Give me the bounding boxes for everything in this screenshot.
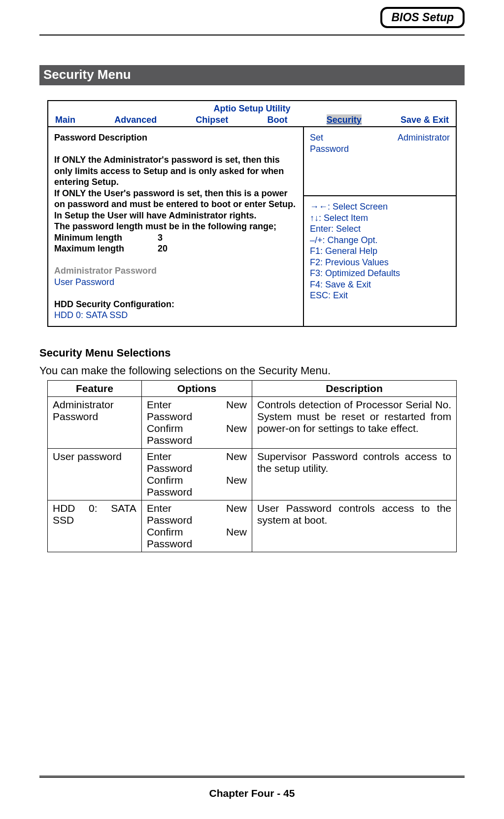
help-line-5: F1: General Help: [310, 246, 450, 257]
help-line-1: →←: Select Screen: [310, 201, 450, 213]
tab-chipset[interactable]: Chipset: [196, 114, 228, 126]
feature-cell: HDD 0: SATA SSD: [48, 500, 142, 552]
help-line-3: Enter: Select: [310, 223, 450, 235]
col-description: Description: [252, 380, 456, 396]
options-cell: EnterNewPasswordConfirmNewPassword: [141, 396, 252, 448]
header-rule: [39, 35, 465, 36]
administrator-password-item[interactable]: Administrator Password: [54, 265, 297, 277]
col-feature: Feature: [48, 380, 142, 396]
bios-screen: Aptio Setup Utility Main Advanced Chipse…: [47, 100, 457, 327]
help-line-2: ↑↓: Select Item: [310, 213, 450, 224]
bios-tabs: Main Advanced Chipset Boot Security Save…: [48, 114, 456, 128]
action-administrator: Administrator: [398, 133, 450, 142]
bios-help-action: Set Password Administrator: [304, 127, 456, 196]
action-set: Set: [310, 133, 323, 142]
max-length-label: Maximum length: [54, 243, 158, 254]
help-line-4: –/+: Change Opt.: [310, 235, 450, 246]
table-row: User passwordEnterNewPasswordConfirmNewP…: [48, 448, 457, 500]
tab-main[interactable]: Main: [55, 114, 75, 126]
footer-rule: [39, 776, 465, 778]
tab-save-exit[interactable]: Save & Exit: [401, 114, 449, 126]
password-para2: If ONLY the User's password is set, then…: [54, 188, 297, 221]
password-description-heading: Password Description: [54, 132, 297, 143]
selections-heading: Security Menu Selections: [39, 347, 465, 359]
description-cell: Controls detection of Processor Serial N…: [252, 396, 456, 448]
table-row: HDD 0: SATA SSDEnterNewPasswordConfirmNe…: [48, 500, 457, 552]
tab-security[interactable]: Security: [327, 114, 362, 126]
max-length-value: 20: [158, 243, 168, 254]
bios-left-panel: Password Description If ONLY the Adminis…: [48, 127, 304, 326]
options-cell: EnterNewPasswordConfirmNewPassword: [141, 500, 252, 552]
bios-utility-title: Aptio Setup Utility: [48, 101, 456, 114]
help-line-6: F2: Previous Values: [310, 257, 450, 268]
col-options: Options: [141, 380, 252, 396]
min-length-value: 3: [158, 232, 163, 244]
selections-intro: You can make the following selections on…: [39, 364, 465, 377]
password-range-line: The password length must be in the follo…: [54, 221, 297, 232]
tab-boot[interactable]: Boot: [268, 114, 288, 126]
description-cell: User Password controls access to the sys…: [252, 500, 456, 552]
min-length-label: Minimum length: [54, 232, 158, 244]
tab-advanced[interactable]: Advanced: [114, 114, 157, 126]
feature-cell: User password: [48, 448, 142, 500]
help-line-9: ESC: Exit: [310, 290, 450, 301]
feature-cell: Administrator Password: [48, 396, 142, 448]
hdd-0-item[interactable]: HDD 0: SATA SSD: [54, 310, 297, 321]
selections-table: Feature Options Description Administrato…: [47, 380, 457, 552]
description-cell: Supervisor Password controls access to t…: [252, 448, 456, 500]
options-cell: EnterNewPasswordConfirmNewPassword: [141, 448, 252, 500]
hdd-security-heading: HDD Security Configuration:: [54, 299, 297, 310]
header-badge: BIOS Setup: [380, 7, 465, 28]
action-password: Password: [310, 144, 349, 154]
table-row: Administrator PasswordEnterNewPasswordCo…: [48, 396, 457, 448]
password-para1: If ONLY the Administrator's password is …: [54, 154, 297, 188]
section-title: Security Menu: [39, 65, 465, 85]
footer-text: Chapter Four - 45: [39, 787, 465, 799]
page-footer: Chapter Four - 45: [39, 776, 465, 799]
help-line-8: F4: Save & Exit: [310, 279, 450, 290]
user-password-item[interactable]: User Password: [54, 277, 297, 288]
bios-help-keys: →←: Select Screen ↑↓: Select Item Enter:…: [304, 196, 456, 326]
help-line-7: F3: Optimized Defaults: [310, 268, 450, 279]
